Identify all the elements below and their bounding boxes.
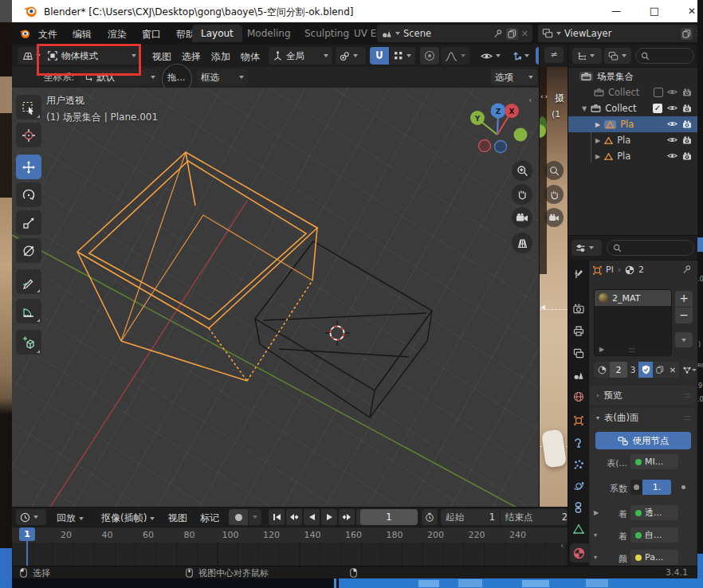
shader1-disclosure[interactable]: ▶	[594, 509, 599, 516]
viewlayer-selector[interactable]: ViewLayer ✕	[538, 25, 703, 42]
new-scene-icon[interactable]	[506, 28, 518, 40]
camera-visibility-icon[interactable]	[682, 136, 692, 144]
new-viewlayer-icon[interactable]	[681, 28, 693, 40]
eye-icon[interactable]	[667, 120, 677, 127]
surface-panel-header[interactable]: ▾ 表(曲)面 ::::	[591, 408, 696, 427]
tab-modifiers[interactable]	[571, 435, 586, 450]
gizmo-x-neg-axis[interactable]	[479, 140, 491, 152]
disclosure-triangle[interactable]: ▶	[595, 137, 600, 144]
start-frame-field[interactable]: 起始 1	[441, 509, 500, 525]
factor-socket-chip[interactable]	[630, 480, 642, 495]
add-slot-button[interactable]: +	[675, 291, 693, 307]
outliner-search-input[interactable]	[635, 48, 694, 64]
scene-selector[interactable]: Scene ✕	[377, 25, 532, 42]
pin-id-icon[interactable]	[681, 265, 692, 275]
tool-select-box[interactable]	[16, 95, 41, 120]
shader2-dropdown[interactable]: 自...	[630, 527, 678, 543]
tool-add-cube[interactable]	[16, 330, 41, 355]
tab-constraints[interactable]	[571, 500, 586, 515]
panel-drag-grip[interactable]: ::::	[684, 391, 690, 399]
properties-editor-dropdown[interactable]	[571, 240, 602, 256]
unlink-datablock-icon[interactable]: ✕	[666, 362, 679, 378]
fake-user-shield-toggle[interactable]	[638, 362, 653, 378]
list-resize-grip[interactable]: ::::	[628, 346, 634, 354]
slot-specials-button[interactable]	[675, 332, 693, 347]
gizmo-z-neg-axis[interactable]	[495, 141, 507, 153]
gizmo-y-neg-axis[interactable]	[514, 128, 528, 142]
disclosure-triangle[interactable]: ▶	[595, 153, 600, 160]
surface-shader-dropdown[interactable]: MI...	[630, 454, 678, 469]
pan-hand-button[interactable]	[512, 184, 532, 205]
current-frame-field[interactable]: 1	[360, 509, 418, 525]
proportional-edit-toggle[interactable]	[420, 47, 439, 65]
strip-zoom-button[interactable]	[544, 161, 564, 180]
factor-value-slider[interactable]: 1.	[642, 480, 671, 495]
tool-measure[interactable]	[16, 299, 41, 323]
pin-icon[interactable]	[493, 29, 503, 39]
menu-select[interactable]: 选择	[182, 50, 201, 64]
minimize-button[interactable]: —	[599, 6, 634, 17]
disclosure-triangle-open[interactable]: ▼	[582, 105, 587, 112]
disclosure-triangle[interactable]: ▶	[595, 121, 600, 128]
camera-visibility-icon[interactable]	[682, 104, 692, 112]
outliner-row-scene-collection[interactable]: 场景集合	[568, 69, 703, 84]
mode-dropdown[interactable]: 物体模式	[43, 47, 140, 65]
menu-render[interactable]: 渲染	[108, 28, 127, 41]
outliner-display-dropdown[interactable]	[604, 48, 631, 64]
tool-annotate[interactable]	[16, 269, 41, 294]
play-button[interactable]	[321, 509, 337, 525]
maximize-button[interactable]: □	[637, 5, 672, 17]
menu-window[interactable]: 窗口	[142, 28, 161, 41]
breadcrumb-object[interactable]: Pl	[606, 265, 614, 275]
use-preview-range-toggle[interactable]	[422, 509, 438, 525]
tool-cursor[interactable]	[16, 123, 41, 147]
menu-edit[interactable]: 编辑	[73, 28, 92, 41]
tab-particles[interactable]	[571, 457, 586, 472]
remove-slot-button[interactable]: −	[675, 308, 693, 323]
tab-scene[interactable]	[571, 367, 586, 382]
play-reverse-button[interactable]	[304, 509, 320, 525]
tool-transform[interactable]	[16, 238, 41, 263]
tab-object[interactable]	[571, 413, 586, 428]
timeline-ruler[interactable]: 20406080100120140160180200220240	[12, 527, 568, 543]
camera-view-button[interactable]	[512, 207, 532, 228]
preview-panel-header[interactable]: › 预览 ::::	[591, 386, 696, 405]
browse-material-icon[interactable]	[594, 362, 610, 378]
exclude-checkbox-unchecked[interactable]	[654, 88, 663, 97]
users-count-button[interactable]: 3	[627, 362, 638, 378]
orientation-dropdown[interactable]: 全局	[269, 47, 332, 65]
gizmos-dropdown[interactable]	[506, 47, 533, 65]
material-slot-item[interactable]: 2_MAT	[595, 290, 671, 306]
strip-camera-button[interactable]	[544, 208, 564, 227]
camera-visibility-icon[interactable]	[682, 152, 692, 160]
slot-expand-triangle[interactable]: ▶	[599, 346, 604, 353]
pivot-dropdown[interactable]	[336, 47, 366, 65]
menu-object[interactable]: 物体	[241, 50, 260, 64]
prev-keyframe-button[interactable]	[286, 509, 302, 525]
keyframe-decorator-dot[interactable]	[681, 485, 685, 489]
breadcrumb-data[interactable]: 2	[638, 265, 644, 275]
tool-move[interactable]	[16, 155, 41, 179]
timeline-right-chevron[interactable]: ‹	[560, 541, 564, 550]
end-frame-field[interactable]: 结束点 2	[501, 509, 568, 525]
tab-modeling[interactable]: Modeling	[238, 25, 300, 42]
menu-view[interactable]: 视图	[152, 50, 171, 64]
tab-physics[interactable]	[571, 478, 586, 493]
outliner-row-collection-excluded[interactable]: Collect	[568, 84, 703, 100]
tab-layout[interactable]: Layout	[192, 25, 242, 42]
menu-marker[interactable]: 标记	[200, 512, 219, 525]
visibility-dropdown[interactable]	[477, 47, 504, 65]
link-material-dropdown[interactable]	[681, 362, 696, 378]
blender-menu-icon[interactable]	[18, 27, 31, 40]
auto-keying-dropdown[interactable]	[249, 509, 261, 525]
falloff-dropdown[interactable]	[441, 47, 469, 65]
shader1-dropdown[interactable]: 透...	[630, 505, 678, 520]
material-name-field[interactable]: 2	[610, 362, 627, 378]
eye-icon[interactable]	[667, 136, 677, 143]
eye-icon[interactable]	[667, 104, 677, 112]
snap-toggle[interactable]	[370, 47, 389, 65]
tab-object-data[interactable]	[571, 521, 586, 536]
wireframe-selected-object[interactable]	[77, 152, 317, 381]
properties-search-input[interactable]	[607, 240, 694, 256]
menu-add[interactable]: 添加	[211, 50, 230, 64]
